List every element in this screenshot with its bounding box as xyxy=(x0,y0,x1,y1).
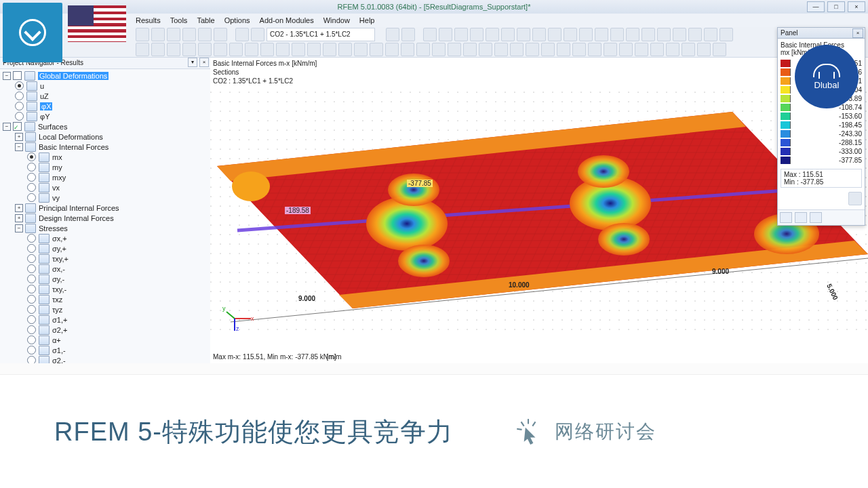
node-stress-item[interactable]: α+ xyxy=(0,335,210,345)
node-stress-item[interactable]: σ1,- xyxy=(0,345,210,355)
tool-icon[interactable] xyxy=(572,43,586,56)
tool-icon[interactable] xyxy=(682,43,695,56)
tool-icon[interactable] xyxy=(619,43,633,56)
node-stress-item[interactable]: τyz xyxy=(0,304,210,314)
node-stress-item[interactable]: τxy,+ xyxy=(0,253,210,264)
tool-icon[interactable] xyxy=(479,43,492,56)
tool-icon[interactable] xyxy=(557,43,570,56)
tool-icon[interactable] xyxy=(666,43,679,56)
tool-icon[interactable] xyxy=(245,43,258,56)
node-mx[interactable]: mx xyxy=(0,152,210,162)
panel-tab-icon[interactable] xyxy=(780,212,792,223)
tool-icon[interactable] xyxy=(401,43,414,56)
tool-icon[interactable] xyxy=(167,28,180,41)
tool-icon[interactable] xyxy=(610,28,624,41)
tool-icon[interactable] xyxy=(532,28,546,41)
tool-icon[interactable] xyxy=(182,28,196,41)
node-stress-item[interactable]: σy,+ xyxy=(0,243,210,253)
tool-icon[interactable] xyxy=(182,43,196,56)
tool-icon[interactable] xyxy=(642,28,655,41)
tool-icon[interactable] xyxy=(214,43,227,56)
maximize-button[interactable]: □ xyxy=(827,1,845,12)
tool-icon[interactable] xyxy=(323,43,336,56)
minimize-button[interactable]: — xyxy=(807,1,825,12)
tool-icon[interactable] xyxy=(697,43,711,56)
menu-window[interactable]: Window xyxy=(323,16,350,24)
menu-tools[interactable]: Tools xyxy=(170,16,188,24)
node-principal-internal-forces[interactable]: Principal Internal Forces xyxy=(0,203,210,213)
tool-icon[interactable] xyxy=(385,43,399,56)
tool-icon[interactable] xyxy=(673,28,686,41)
tool-icon[interactable] xyxy=(604,43,617,56)
node-stress-item[interactable]: τxz xyxy=(0,294,210,304)
tool-icon[interactable] xyxy=(198,43,212,56)
tool-icon[interactable] xyxy=(494,43,508,56)
menu-results[interactable]: Results xyxy=(136,16,161,24)
tool-icon[interactable] xyxy=(688,28,702,41)
node-phiy[interactable]: φY xyxy=(0,111,210,121)
tool-icon[interactable] xyxy=(151,28,165,41)
tool-icon[interactable] xyxy=(167,43,180,56)
node-uz[interactable]: uZ xyxy=(0,91,210,101)
node-global-deformations[interactable]: Global Deformations xyxy=(0,70,210,81)
node-basic-internal-forces[interactable]: Basic Internal Forces xyxy=(0,142,210,152)
node-stresses[interactable]: Stresses xyxy=(0,223,210,233)
tool-icon[interactable] xyxy=(151,43,165,56)
menu-table[interactable]: Table xyxy=(197,16,214,24)
node-stress-item[interactable]: σ2,+ xyxy=(0,325,210,335)
node-phix[interactable]: φX xyxy=(0,101,210,111)
node-vx[interactable]: vx xyxy=(0,182,210,192)
tool-icon[interactable] xyxy=(251,28,264,41)
tool-icon[interactable] xyxy=(416,43,430,56)
tool-icon[interactable] xyxy=(579,28,593,41)
menu-addon-modules[interactable]: Add-on Modules xyxy=(260,16,314,24)
tool-icon[interactable] xyxy=(517,28,530,41)
nav-next-icon[interactable] xyxy=(401,28,415,41)
node-stress-item[interactable]: σy,- xyxy=(0,274,210,284)
tool-icon[interactable] xyxy=(214,28,227,41)
tool-icon[interactable] xyxy=(588,43,601,56)
tool-icon[interactable] xyxy=(454,28,468,41)
tool-icon[interactable] xyxy=(595,28,608,41)
tool-icon[interactable] xyxy=(229,43,243,56)
tool-icon[interactable] xyxy=(370,43,383,56)
node-stress-item[interactable]: σ1,+ xyxy=(0,314,210,325)
zoom-icon[interactable] xyxy=(848,192,862,205)
tool-icon[interactable] xyxy=(650,43,664,56)
tool-icon[interactable] xyxy=(564,28,577,41)
tool-icon[interactable] xyxy=(463,43,477,56)
tool-icon[interactable] xyxy=(713,43,726,56)
loadcase-combo[interactable]: CO2 - 1.35*LC1 + 1.5*LC2 xyxy=(267,28,375,41)
tool-icon[interactable] xyxy=(526,43,539,56)
tool-icon[interactable] xyxy=(448,43,461,56)
model-viewport[interactable]: Basic Internal Forces m-x [kNm/m] Sectio… xyxy=(210,57,868,363)
tool-icon[interactable] xyxy=(541,43,555,56)
tool-icon[interactable] xyxy=(260,43,274,56)
tool-icon[interactable] xyxy=(486,28,499,41)
tool-icon[interactable] xyxy=(510,43,524,56)
tool-icon[interactable] xyxy=(626,28,639,41)
tool-icon[interactable] xyxy=(501,28,515,41)
menu-options[interactable]: Options xyxy=(224,16,250,24)
tool-icon[interactable] xyxy=(292,43,305,56)
tool-icon[interactable] xyxy=(432,43,446,56)
menu-help[interactable]: Help xyxy=(359,16,375,24)
tool-icon[interactable] xyxy=(635,43,648,56)
panel-tab-icon[interactable] xyxy=(810,212,822,223)
node-surfaces[interactable]: Surfaces xyxy=(0,121,210,131)
tool-icon[interactable] xyxy=(307,43,321,56)
tool-icon[interactable] xyxy=(276,43,290,56)
node-stress-item[interactable]: σx,+ xyxy=(0,233,210,243)
tool-icon[interactable] xyxy=(338,43,352,56)
tool-icon[interactable] xyxy=(704,28,717,41)
node-local-deformations[interactable]: Local Deformations xyxy=(0,131,210,142)
tool-icon[interactable] xyxy=(198,28,212,41)
tool-icon[interactable] xyxy=(548,28,561,41)
tool-icon[interactable] xyxy=(136,28,149,41)
node-stress-item[interactable]: σx,- xyxy=(0,264,210,274)
tool-icon[interactable] xyxy=(439,28,452,41)
node-stress-item[interactable]: τxy,- xyxy=(0,284,210,294)
close-icon[interactable]: × xyxy=(199,58,209,67)
node-design-internal-forces[interactable]: Design Internal Forces xyxy=(0,213,210,223)
tool-icon[interactable] xyxy=(354,43,368,56)
